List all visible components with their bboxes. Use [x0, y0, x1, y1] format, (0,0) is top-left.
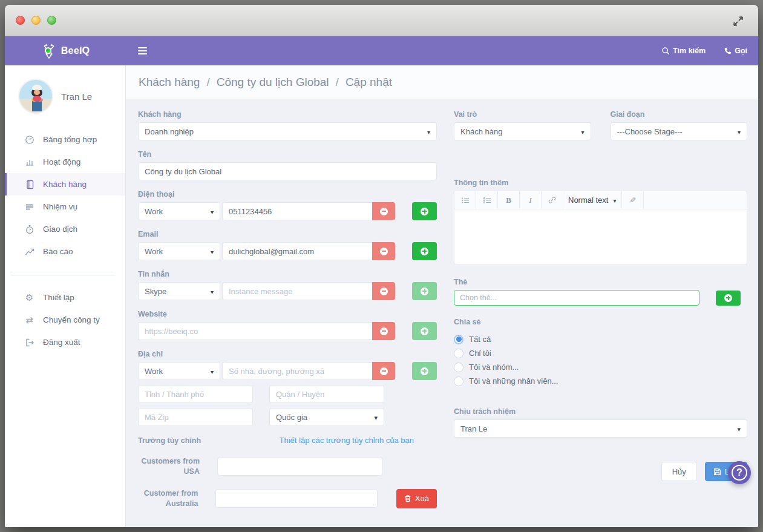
- sidebar-item-reports[interactable]: Báo cáo: [5, 240, 125, 263]
- address-district-input[interactable]: [269, 385, 384, 403]
- share-option-all[interactable]: Tất cả: [454, 332, 747, 346]
- appbar-actions: Tìm kiếm Gọi: [661, 47, 758, 55]
- phone-icon: [724, 47, 732, 55]
- remove-website-button[interactable]: [372, 322, 395, 340]
- customer-type-select[interactable]: Doanh nghiệp: [138, 122, 437, 140]
- stage-select[interactable]: ---Choose Stage---: [611, 122, 748, 140]
- zoom-window-button[interactable]: [47, 16, 56, 25]
- remove-email-button[interactable]: [372, 242, 395, 260]
- email-type-select[interactable]: Work: [138, 242, 220, 260]
- sidebar-item-label: Chuyển công ty: [43, 315, 100, 324]
- user-name: Tran Le: [61, 91, 92, 102]
- add-address-button[interactable]: [412, 362, 437, 380]
- address-street-input[interactable]: [222, 362, 372, 380]
- help-button[interactable]: [728, 461, 751, 484]
- radio-icon: [454, 376, 463, 386]
- owner-label: Chịu trách nhiệm: [454, 407, 747, 416]
- email-input[interactable]: [222, 242, 372, 260]
- call-button[interactable]: Gọi: [724, 47, 747, 55]
- titlebar: [5, 5, 758, 36]
- breadcrumb-company[interactable]: Công ty du lịch Global: [217, 76, 329, 89]
- editor-toolbar: B I Normal tex: [454, 191, 747, 209]
- website-input[interactable]: [138, 322, 372, 340]
- address-type-select[interactable]: Work: [138, 362, 220, 380]
- pencil-icon[interactable]: [622, 191, 644, 209]
- im-input[interactable]: [222, 282, 372, 300]
- share-option-only-me[interactable]: Chỉ tôi: [454, 346, 747, 360]
- custom-field-usa-input[interactable]: [217, 457, 383, 476]
- share-option-me-and-group[interactable]: Tôi và nhóm...: [454, 360, 747, 374]
- expand-icon[interactable]: [732, 15, 745, 28]
- custom-field-australia-input[interactable]: [215, 489, 378, 508]
- cancel-button[interactable]: Hủy: [661, 462, 697, 481]
- format-select[interactable]: Normal text: [563, 191, 622, 209]
- sidebar-item-switch-company[interactable]: Chuyển công ty: [5, 309, 125, 331]
- tags-input[interactable]: [454, 290, 699, 306]
- editor-body[interactable]: [454, 209, 747, 264]
- sidebar-item-activity[interactable]: Hoạt động: [5, 151, 125, 173]
- numbered-list-button[interactable]: [476, 191, 498, 209]
- delete-customer-button[interactable]: Xoá: [396, 489, 437, 508]
- sidebar-item-deals[interactable]: Giao dịch: [5, 218, 125, 240]
- minus-circle-icon: [380, 208, 388, 215]
- update-customer-form: Khách hàng Doanh nghiệp Tên Điện thoại: [126, 99, 758, 527]
- add-tag-button[interactable]: [716, 291, 741, 306]
- remove-address-button[interactable]: [372, 362, 395, 380]
- minimize-window-button[interactable]: [31, 16, 41, 25]
- link-button[interactable]: [542, 191, 563, 209]
- name-input[interactable]: [138, 162, 437, 180]
- add-email-button[interactable]: [412, 242, 437, 260]
- more-info-label: Thông tin thêm: [454, 179, 747, 187]
- custom-field-usa-label: Customers from USA: [138, 456, 200, 477]
- sidebar-item-dashboard[interactable]: Bảng tổng hợp: [5, 128, 125, 151]
- user-profile[interactable]: Tran Le: [5, 65, 125, 126]
- phone-input[interactable]: [222, 202, 372, 220]
- address-city-input[interactable]: [138, 385, 253, 403]
- breadcrumb-bar: Khách hàng / Công ty du lịch Global / Cậ…: [126, 65, 758, 99]
- menu-toggle-icon[interactable]: [138, 47, 147, 54]
- search-button[interactable]: Tìm kiếm: [661, 47, 706, 55]
- custom-fields-label: Trường tùy chỉnh: [138, 436, 201, 445]
- name-label: Tên: [138, 150, 437, 159]
- address-type-value: Work: [145, 367, 163, 376]
- share-option-label: Tôi và nhóm...: [469, 363, 519, 372]
- add-im-button[interactable]: [412, 282, 437, 300]
- phone-type-select[interactable]: Work: [138, 202, 220, 220]
- remove-im-button[interactable]: [372, 282, 395, 300]
- custom-fields-settings-link[interactable]: Thiết lập các trường tùy chỉnh của bạn: [280, 436, 414, 445]
- search-icon: [661, 47, 670, 55]
- sidebar-item-settings[interactable]: Thiết lập: [5, 286, 125, 309]
- minus-circle-icon: [380, 287, 388, 295]
- share-option-me-and-employees[interactable]: Tôi và những nhân viên...: [454, 374, 747, 388]
- add-website-button[interactable]: [412, 322, 437, 340]
- address-country-select[interactable]: Quốc gia: [269, 408, 384, 426]
- minus-circle-icon: [380, 367, 388, 375]
- sidebar-item-customers[interactable]: Khách hàng: [5, 173, 125, 195]
- custom-field-australia-label: Customer from Australia: [138, 488, 198, 509]
- im-type-select[interactable]: Skype: [138, 282, 220, 300]
- caret-down-icon: [738, 127, 741, 136]
- search-label: Tìm kiếm: [673, 47, 706, 55]
- breadcrumb-separator: /: [336, 76, 339, 89]
- address-zip-input[interactable]: [138, 408, 253, 426]
- gear-icon: [24, 292, 34, 303]
- owner-select[interactable]: Tran Le: [454, 419, 747, 438]
- sidebar-item-label: Nhiệm vụ: [43, 202, 77, 211]
- main-content: Khách hàng / Công ty du lịch Global / Cậ…: [126, 65, 758, 527]
- sidebar-item-tasks[interactable]: Nhiệm vụ: [5, 195, 125, 218]
- remove-phone-button[interactable]: [372, 202, 395, 220]
- tags-label: Thẻ: [454, 278, 747, 286]
- caret-down-icon: [211, 207, 214, 216]
- add-phone-button[interactable]: [412, 202, 437, 220]
- reports-icon: [24, 246, 34, 257]
- role-select[interactable]: Khách hàng: [454, 122, 591, 140]
- close-window-button[interactable]: [16, 16, 25, 25]
- bullet-list-button[interactable]: [454, 191, 476, 209]
- bold-button[interactable]: B: [498, 191, 520, 209]
- sidebar-item-label: Giao dịch: [43, 225, 77, 234]
- italic-button[interactable]: I: [520, 191, 542, 209]
- brand[interactable]: BeeIQ: [5, 43, 126, 59]
- sidebar-item-logout[interactable]: Đăng xuất: [5, 331, 125, 353]
- breadcrumb-customers[interactable]: Khách hàng: [139, 76, 200, 89]
- share-label: Chia sẻ: [454, 318, 747, 326]
